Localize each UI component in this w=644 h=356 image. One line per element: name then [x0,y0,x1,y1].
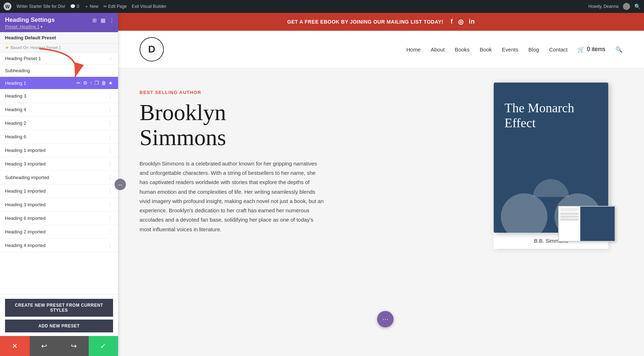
settings-preset-icon[interactable]: ⚙ [83,80,88,86]
fab-button[interactable]: ⋯ [377,311,394,327]
preset-item-label: Heading 6 [5,134,107,139]
cart-item[interactable]: 🛒 0 items [577,46,605,53]
orange-banner: GET A FREE EBOOK BY JOINING OUR MAILING … [118,13,644,31]
banner-social: f ◎ in [450,18,475,26]
thumbnail-right [580,207,615,241]
thumbnail-left [559,207,580,241]
admin-bar-comments[interactable]: 💬 0 [70,4,79,9]
preset-item-label: Heading 3 imported [5,161,107,167]
add-preset-button[interactable]: ADD NEW PRESET [5,320,113,332]
bottom-actions: CREATE NEW PRESET FROM CURRENT STYLES AD… [0,294,118,336]
list-item[interactable]: Subheading [0,65,118,77]
admin-bar-avatar[interactable] [623,3,630,10]
preset-star-icon[interactable]: ☆ [109,56,113,61]
preset-more-icon[interactable]: ⋮ [107,147,113,154]
preset-more-icon[interactable]: ⋮ [107,120,113,127]
duplicate-preset-icon[interactable]: ❐ [94,80,99,86]
list-item[interactable]: Heading 3 imported ⋮ [0,198,118,212]
preset-item-label: Subheading imported [5,175,107,180]
hero-first-name: Brooklyn [140,100,226,125]
admin-bar-left: W Writer Starter Site for Divi 💬 0 ＋ New… [4,3,583,10]
list-item[interactable]: Heading 6 ⋮ [0,130,118,144]
list-item[interactable]: Heading 1 imported ⋮ [0,184,118,198]
panel-expand-icon[interactable]: ⊞ [92,17,97,24]
preset-more-icon[interactable]: ⋮ [107,106,113,113]
nav-home[interactable]: Home [406,46,421,53]
preset-item-label: Heading 6 imported [5,216,107,221]
close-button[interactable]: ✕ [0,336,30,356]
preset-list: Heading Preset 1 ☆ Subheading Heading 1 … [0,53,118,252]
hero-section: BEST SELLING AUTHOR Brooklyn Simmons Bro… [118,68,644,263]
admin-bar-right: Howdy, Deanna 🔍 [589,3,641,10]
nav-contact[interactable]: Contact [549,46,568,53]
preset-section: Heading Default Preset ★ Based On: Headi… [0,32,118,294]
preset-more-icon[interactable]: ⋮ [107,133,113,140]
list-item[interactable]: Heading 3 imported ⋮ [0,157,118,171]
nav-about[interactable]: About [431,46,445,53]
list-item[interactable]: Heading 2 imported ⋮ [0,225,118,239]
panel-header: Heading Settings Preset: Heading 1 ▾ ⊞ ▦… [0,13,118,32]
preset-more-icon[interactable]: ⋮ [107,215,113,222]
list-item[interactable]: Heading 1 imported ⋮ [0,144,118,157]
instagram-icon[interactable]: ◎ [458,18,464,26]
preset-item-label: Heading 4 imported [5,243,107,248]
preset-item-actions: ✏ ⚙ ↑ ❐ 🗑 ★ [77,80,113,86]
wp-logo[interactable]: W [4,3,11,10]
preset-more-icon[interactable]: ⋮ [107,188,113,194]
list-item[interactable]: Subheading imported ⋮ [0,171,118,184]
redo-button[interactable]: ↪ [59,336,89,356]
admin-bar-exit-builder[interactable]: Exit Visual Builder [132,4,166,9]
book-arch-decoration [533,179,569,197]
panel-header-icons: ⊞ ▦ ⋮ [92,17,114,24]
list-item[interactable]: Heading 2 ⋮ [0,117,118,130]
preset-more-icon[interactable]: ⋮ [107,174,113,181]
list-item[interactable]: Heading Preset 1 ☆ [0,53,118,65]
preset-more-icon[interactable]: ⋮ [107,93,113,99]
nav-book[interactable]: Book [480,46,492,53]
preset-more-icon[interactable]: ⋮ [107,160,113,167]
preset-item-label: Heading 1 imported [5,188,107,194]
undo-button[interactable]: ↩ [30,336,59,356]
site-logo[interactable]: D [140,37,164,61]
panel-layout-icon[interactable]: ▦ [101,17,106,24]
admin-bar-site-name[interactable]: Writer Starter Site for Divi [16,4,65,9]
admin-bar-search-icon[interactable]: 🔍 [634,4,640,9]
preset-group-header: Heading Default Preset [0,32,118,44]
preset-item-label-active: Heading 1 [5,80,77,86]
panel-preset-link[interactable]: Preset: Heading 1 [5,24,39,29]
preset-more-icon[interactable]: ⋮ [107,242,113,249]
expand-panel-icon[interactable]: ↔ [114,179,126,190]
star-preset-icon[interactable]: ★ [108,80,113,86]
main-layout: Heading Settings Preset: Heading 1 ▾ ⊞ ▦… [0,13,644,356]
save-button[interactable]: ✓ [89,336,118,356]
right-content: GET A FREE EBOOK BY JOINING OUR MAILING … [118,13,644,356]
nav-blog[interactable]: Blog [528,46,539,53]
site-search-button[interactable]: 🔍 [615,46,623,53]
create-preset-button[interactable]: CREATE NEW PRESET FROM CURRENT STYLES [5,299,113,317]
linkedin-icon[interactable]: in [469,18,475,26]
thumbnail-inner [559,207,615,241]
website-container: GET A FREE EBOOK BY JOINING OUR MAILING … [118,13,644,356]
nav-events[interactable]: Events [502,46,518,53]
list-item[interactable]: Heading 4 ⋮ [0,103,118,117]
preset-more-icon[interactable]: ⋮ [107,201,113,208]
preset-more-icon[interactable]: ⋮ [107,228,113,235]
list-item[interactable]: Heading 4 imported ⋮ [0,239,118,252]
admin-bar-howdy: Howdy, Deanna [589,4,619,9]
book-circle-left [501,193,547,233]
edit-preset-icon[interactable]: ✏ [77,80,81,86]
list-item[interactable]: Heading 3 ⋮ [0,89,118,103]
list-item-active[interactable]: Heading 1 ✏ ⚙ ↑ ❐ 🗑 ★ [0,77,118,89]
nav-books[interactable]: Books [455,46,470,53]
delete-preset-icon[interactable]: 🗑 [101,80,106,86]
admin-bar-new[interactable]: ＋ New [84,4,98,10]
export-preset-icon[interactable]: ↑ [90,80,92,86]
preset-item-label: Heading 3 imported [5,202,107,207]
site-header: D Home About Books Book Events Blog Cont… [118,31,644,68]
admin-bar-edit-page[interactable]: ✏ Edit Page [103,4,127,9]
facebook-icon[interactable]: f [450,18,453,26]
preset-item-label: Heading 1 imported [5,148,107,153]
hero-text: BEST SELLING AUTHOR Brooklyn Simmons Bro… [140,83,479,234]
panel-more-icon[interactable]: ⋮ [109,17,114,24]
list-item[interactable]: Heading 6 imported ⋮ [0,212,118,225]
